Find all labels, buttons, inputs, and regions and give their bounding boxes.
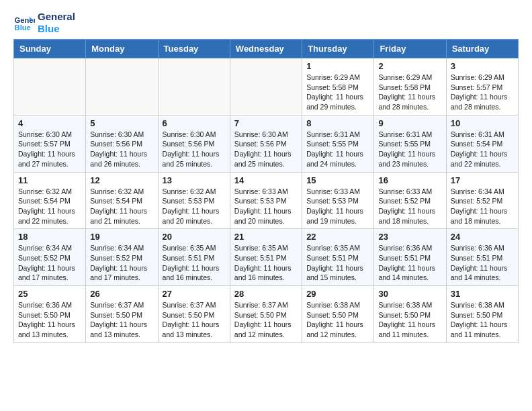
calendar-day-19: 19Sunrise: 6:34 AM Sunset: 5:52 PM Dayli…	[86, 229, 158, 286]
calendar-day-10: 10Sunrise: 6:31 AM Sunset: 5:54 PM Dayli…	[446, 115, 518, 172]
calendar-day-3: 3Sunrise: 6:29 AM Sunset: 5:57 PM Daylig…	[446, 58, 518, 116]
day-number: 7	[234, 118, 298, 128]
logo-icon: General Blue	[13, 12, 35, 34]
weekday-header-thursday: Thursday	[302, 40, 374, 58]
day-info: Sunrise: 6:37 AM Sunset: 5:50 PM Dayligh…	[163, 300, 226, 340]
calendar-day-28: 28Sunrise: 6:37 AM Sunset: 5:50 PM Dayli…	[230, 286, 302, 343]
calendar-day-27: 27Sunrise: 6:37 AM Sunset: 5:50 PM Dayli…	[158, 286, 230, 343]
calendar-empty-cell	[158, 58, 230, 116]
calendar-empty-cell	[86, 58, 158, 116]
day-number: 19	[90, 232, 153, 242]
day-info: Sunrise: 6:33 AM Sunset: 5:53 PM Dayligh…	[306, 187, 369, 226]
calendar-day-7: 7Sunrise: 6:30 AM Sunset: 5:56 PM Daylig…	[230, 115, 302, 172]
day-number: 20	[163, 232, 226, 242]
calendar-day-23: 23Sunrise: 6:36 AM Sunset: 5:51 PM Dayli…	[374, 229, 446, 286]
calendar-empty-cell	[14, 58, 86, 116]
calendar-week-row: 25Sunrise: 6:36 AM Sunset: 5:50 PM Dayli…	[14, 286, 519, 343]
day-number: 23	[378, 232, 441, 242]
day-number: 4	[18, 118, 81, 128]
calendar-day-1: 1Sunrise: 6:29 AM Sunset: 5:58 PM Daylig…	[302, 58, 374, 116]
day-info: Sunrise: 6:32 AM Sunset: 5:54 PM Dayligh…	[90, 187, 153, 226]
day-number: 21	[234, 232, 298, 242]
day-number: 1	[306, 61, 369, 71]
calendar-day-22: 22Sunrise: 6:35 AM Sunset: 5:51 PM Dayli…	[302, 229, 374, 286]
day-number: 28	[234, 289, 298, 299]
calendar-day-14: 14Sunrise: 6:33 AM Sunset: 5:53 PM Dayli…	[230, 172, 302, 229]
day-number: 29	[306, 289, 369, 299]
day-info: Sunrise: 6:36 AM Sunset: 5:51 PM Dayligh…	[378, 243, 441, 283]
day-info: Sunrise: 6:32 AM Sunset: 5:53 PM Dayligh…	[163, 187, 226, 226]
day-number: 14	[234, 175, 298, 185]
calendar-day-17: 17Sunrise: 6:34 AM Sunset: 5:52 PM Dayli…	[446, 172, 518, 229]
day-info: Sunrise: 6:36 AM Sunset: 5:51 PM Dayligh…	[451, 243, 514, 283]
logo-line1: General	[38, 11, 75, 23]
day-number: 8	[306, 118, 369, 128]
day-info: Sunrise: 6:37 AM Sunset: 5:50 PM Dayligh…	[90, 300, 153, 340]
calendar-day-12: 12Sunrise: 6:32 AM Sunset: 5:54 PM Dayli…	[86, 172, 158, 229]
day-number: 13	[163, 175, 226, 185]
day-number: 17	[451, 175, 514, 185]
logo: General Blue General Blue	[13, 11, 75, 35]
calendar-day-4: 4Sunrise: 6:30 AM Sunset: 5:57 PM Daylig…	[14, 115, 86, 172]
calendar-day-5: 5Sunrise: 6:30 AM Sunset: 5:56 PM Daylig…	[86, 115, 158, 172]
logo-line2: Blue	[38, 23, 75, 35]
day-number: 12	[90, 175, 153, 185]
day-number: 25	[18, 289, 81, 299]
calendar-header: SundayMondayTuesdayWednesdayThursdayFrid…	[14, 40, 519, 58]
calendar-body: 1Sunrise: 6:29 AM Sunset: 5:58 PM Daylig…	[14, 58, 519, 343]
day-info: Sunrise: 6:31 AM Sunset: 5:55 PM Dayligh…	[306, 130, 369, 169]
calendar-week-row: 1Sunrise: 6:29 AM Sunset: 5:58 PM Daylig…	[14, 58, 519, 116]
day-info: Sunrise: 6:35 AM Sunset: 5:51 PM Dayligh…	[234, 243, 298, 283]
day-info: Sunrise: 6:35 AM Sunset: 5:51 PM Dayligh…	[163, 243, 226, 283]
day-number: 31	[451, 289, 514, 299]
day-number: 15	[306, 175, 369, 185]
calendar-empty-cell	[230, 58, 302, 116]
calendar-day-2: 2Sunrise: 6:29 AM Sunset: 5:58 PM Daylig…	[374, 58, 446, 116]
calendar-day-18: 18Sunrise: 6:34 AM Sunset: 5:52 PM Dayli…	[14, 229, 86, 286]
day-info: Sunrise: 6:33 AM Sunset: 5:52 PM Dayligh…	[378, 187, 441, 226]
svg-text:Blue: Blue	[15, 24, 31, 32]
day-info: Sunrise: 6:36 AM Sunset: 5:50 PM Dayligh…	[18, 300, 81, 340]
weekday-header-monday: Monday	[86, 40, 158, 58]
day-number: 24	[451, 232, 514, 242]
calendar-day-6: 6Sunrise: 6:30 AM Sunset: 5:56 PM Daylig…	[158, 115, 230, 172]
day-number: 6	[163, 118, 226, 128]
day-info: Sunrise: 6:31 AM Sunset: 5:55 PM Dayligh…	[378, 130, 441, 169]
day-number: 2	[378, 61, 441, 71]
calendar-day-21: 21Sunrise: 6:35 AM Sunset: 5:51 PM Dayli…	[230, 229, 302, 286]
weekday-header-row: SundayMondayTuesdayWednesdayThursdayFrid…	[14, 40, 519, 58]
calendar-day-16: 16Sunrise: 6:33 AM Sunset: 5:52 PM Dayli…	[374, 172, 446, 229]
weekday-header-saturday: Saturday	[446, 40, 518, 58]
day-info: Sunrise: 6:30 AM Sunset: 5:56 PM Dayligh…	[163, 130, 226, 169]
day-info: Sunrise: 6:38 AM Sunset: 5:50 PM Dayligh…	[306, 300, 369, 340]
day-number: 27	[163, 289, 226, 299]
day-info: Sunrise: 6:34 AM Sunset: 5:52 PM Dayligh…	[90, 243, 153, 283]
header: General Blue General Blue	[13, 11, 519, 35]
calendar-day-25: 25Sunrise: 6:36 AM Sunset: 5:50 PM Dayli…	[14, 286, 86, 343]
calendar-day-9: 9Sunrise: 6:31 AM Sunset: 5:55 PM Daylig…	[374, 115, 446, 172]
day-info: Sunrise: 6:34 AM Sunset: 5:52 PM Dayligh…	[451, 187, 514, 226]
day-number: 16	[378, 175, 441, 185]
day-number: 30	[378, 289, 441, 299]
calendar-week-row: 4Sunrise: 6:30 AM Sunset: 5:57 PM Daylig…	[14, 115, 519, 172]
calendar-day-29: 29Sunrise: 6:38 AM Sunset: 5:50 PM Dayli…	[302, 286, 374, 343]
weekday-header-tuesday: Tuesday	[158, 40, 230, 58]
day-info: Sunrise: 6:37 AM Sunset: 5:50 PM Dayligh…	[234, 300, 298, 340]
day-info: Sunrise: 6:35 AM Sunset: 5:51 PM Dayligh…	[306, 243, 369, 283]
calendar-day-30: 30Sunrise: 6:38 AM Sunset: 5:50 PM Dayli…	[374, 286, 446, 343]
day-number: 10	[451, 118, 514, 128]
day-info: Sunrise: 6:38 AM Sunset: 5:50 PM Dayligh…	[378, 300, 441, 340]
day-number: 22	[306, 232, 369, 242]
day-number: 11	[18, 175, 81, 185]
calendar-day-13: 13Sunrise: 6:32 AM Sunset: 5:53 PM Dayli…	[158, 172, 230, 229]
day-info: Sunrise: 6:29 AM Sunset: 5:57 PM Dayligh…	[451, 73, 514, 112]
day-number: 3	[451, 61, 514, 71]
day-info: Sunrise: 6:29 AM Sunset: 5:58 PM Dayligh…	[378, 73, 441, 112]
calendar-day-24: 24Sunrise: 6:36 AM Sunset: 5:51 PM Dayli…	[446, 229, 518, 286]
day-number: 26	[90, 289, 153, 299]
calendar-day-8: 8Sunrise: 6:31 AM Sunset: 5:55 PM Daylig…	[302, 115, 374, 172]
day-number: 5	[90, 118, 153, 128]
day-number: 9	[378, 118, 441, 128]
day-info: Sunrise: 6:31 AM Sunset: 5:54 PM Dayligh…	[451, 130, 514, 169]
weekday-header-wednesday: Wednesday	[230, 40, 302, 58]
